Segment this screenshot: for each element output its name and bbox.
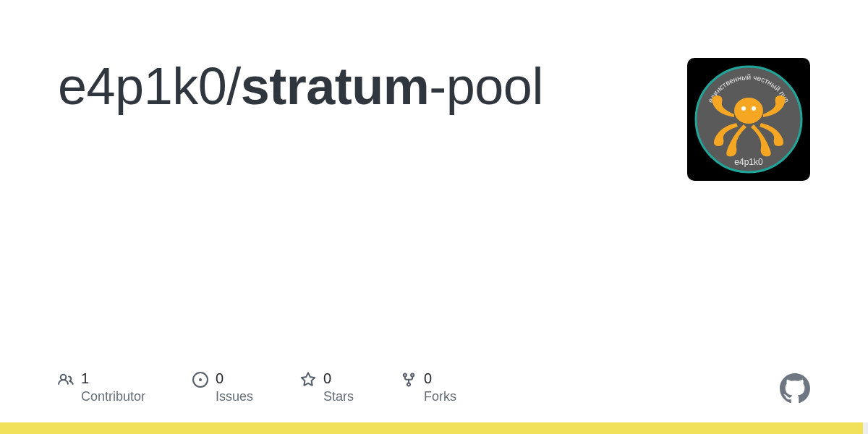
repo-owner[interactable]: e4p1k0 [58, 57, 226, 115]
contributors-count: 1 [81, 370, 145, 387]
stat-issues[interactable]: 0 Issues [192, 370, 253, 405]
repo-name-bold[interactable]: stratum [241, 57, 430, 115]
svg-point-2 [741, 106, 746, 111]
stars-label: Stars [323, 388, 354, 405]
avatar[interactable]: единственный честный пул e4p1k0 [687, 58, 810, 181]
issues-count: 0 [216, 370, 253, 387]
svg-point-1 [734, 98, 763, 124]
language-segment [0, 422, 863, 434]
language-segment [863, 422, 868, 434]
avatar-bottom-text: e4p1k0 [734, 157, 763, 167]
stat-forks[interactable]: 0 Forks [401, 370, 456, 405]
repo-title-block: e4p1k0/stratum-pool [58, 58, 543, 115]
svg-point-3 [752, 106, 756, 111]
people-icon [58, 372, 74, 388]
stat-contributors[interactable]: 1 Contributor [58, 370, 145, 405]
repo-name-rest[interactable]: -pool [429, 57, 543, 115]
stat-text: 0 Stars [323, 370, 354, 405]
star-icon [300, 372, 316, 388]
stat-text: 0 Forks [424, 370, 456, 405]
issue-icon [192, 372, 208, 388]
stats-row: 1 Contributor 0 Issues 0 Stars [58, 370, 456, 405]
stat-stars[interactable]: 0 Stars [300, 370, 354, 405]
contributors-label: Contributor [81, 388, 145, 405]
repo-title: e4p1k0/stratum-pool [58, 58, 543, 115]
title-separator: / [226, 57, 241, 115]
github-logo-icon[interactable] [780, 373, 810, 404]
issues-label: Issues [216, 388, 253, 405]
stars-count: 0 [323, 370, 354, 387]
stat-text: 0 Issues [216, 370, 253, 405]
fork-icon [401, 372, 417, 388]
language-bar [0, 422, 868, 434]
octopus-icon: единственный честный пул e4p1k0 [687, 58, 810, 181]
forks-count: 0 [424, 370, 456, 387]
header: e4p1k0/stratum-pool единственный честный… [58, 58, 810, 181]
forks-label: Forks [424, 388, 456, 405]
repo-card: e4p1k0/stratum-pool единственный честный… [0, 0, 868, 434]
stat-text: 1 Contributor [81, 370, 145, 405]
